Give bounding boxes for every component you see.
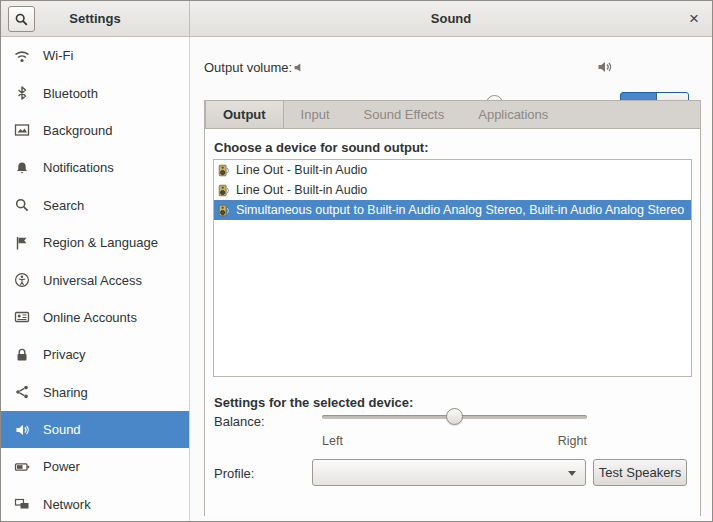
chevron-down-icon bbox=[568, 471, 576, 476]
sidebar-item-wifi[interactable]: Wi-Fi bbox=[1, 37, 189, 74]
tab-output[interactable]: Output bbox=[205, 101, 284, 128]
sound-notebook: Output Input Sound Effects Applications … bbox=[204, 100, 701, 516]
background-icon bbox=[14, 122, 30, 138]
sidebar-item-label: Network bbox=[43, 497, 91, 512]
sidebar-title: Settings bbox=[1, 11, 189, 26]
device-row[interactable]: Line Out - Built-in Audio bbox=[214, 180, 691, 200]
sidebar-item-network[interactable]: Network bbox=[1, 486, 189, 521]
sidebar-item-background[interactable]: Background bbox=[1, 112, 189, 149]
close-button[interactable]: × bbox=[682, 7, 706, 31]
privacy-icon bbox=[14, 347, 30, 363]
window-title: Sound bbox=[190, 11, 712, 26]
online-accounts-icon bbox=[14, 309, 30, 325]
tab-sound-effects[interactable]: Sound Effects bbox=[347, 101, 462, 128]
audio-card-icon bbox=[218, 184, 231, 197]
sidebar-item-label: Search bbox=[43, 198, 84, 213]
device-label: Line Out - Built-in Audio bbox=[236, 163, 367, 177]
sidebar-item-label: Power bbox=[43, 459, 80, 474]
output-tab-page: Choose a device for sound output: Line O… bbox=[205, 129, 700, 516]
audio-card-icon bbox=[218, 204, 231, 217]
universal-access-icon bbox=[14, 272, 30, 288]
headerbar-sidebar-section: Settings bbox=[1, 1, 190, 36]
sidebar-item-label: Wi-Fi bbox=[43, 48, 73, 63]
sidebar-item-label: Background bbox=[43, 123, 112, 138]
speaker-low-icon bbox=[293, 61, 306, 74]
balance-label: Balance: bbox=[214, 414, 265, 429]
balance-slider-handle[interactable] bbox=[446, 408, 463, 425]
wifi-icon bbox=[14, 48, 30, 64]
settings-sidebar: Wi-Fi Bluetooth Background Notifications… bbox=[1, 37, 190, 521]
device-label: Line Out - Built-in Audio bbox=[236, 183, 367, 197]
sidebar-item-label: Sound bbox=[43, 422, 81, 437]
sidebar-item-power[interactable]: Power bbox=[1, 448, 189, 485]
device-row[interactable]: Line Out - Built-in Audio bbox=[214, 160, 691, 180]
device-row-selected[interactable]: Simultaneous output to Built-in Audio An… bbox=[214, 200, 691, 220]
sidebar-item-label: Privacy bbox=[43, 347, 86, 362]
audio-card-icon bbox=[218, 164, 231, 177]
sidebar-item-online-accounts[interactable]: Online Accounts bbox=[1, 299, 189, 336]
device-label: Simultaneous output to Built-in Audio An… bbox=[236, 203, 684, 217]
tabstrip: Output Input Sound Effects Applications bbox=[205, 101, 700, 129]
region-language-icon bbox=[14, 235, 30, 251]
search-icon bbox=[14, 197, 30, 213]
sidebar-item-region-language[interactable]: Region & Language bbox=[1, 224, 189, 261]
balance-right-label: Right bbox=[558, 434, 587, 448]
tab-input[interactable]: Input bbox=[284, 101, 347, 128]
sidebar-item-privacy[interactable]: Privacy bbox=[1, 336, 189, 373]
sidebar-item-sound[interactable]: Sound bbox=[1, 411, 189, 448]
network-icon bbox=[14, 496, 30, 512]
notifications-icon bbox=[14, 160, 30, 176]
settings-window: Settings Sound × Wi-Fi Bluetooth Backgro… bbox=[0, 0, 713, 522]
sidebar-item-bluetooth[interactable]: Bluetooth bbox=[1, 74, 189, 111]
test-speakers-button[interactable]: Test Speakers bbox=[593, 459, 687, 486]
headerbar-main-section: Sound × bbox=[190, 1, 712, 36]
sound-icon bbox=[14, 422, 30, 438]
headerbar: Settings Sound × bbox=[1, 1, 712, 37]
speaker-high-icon bbox=[597, 59, 613, 75]
sidebar-item-label: Region & Language bbox=[43, 235, 158, 250]
choose-device-label: Choose a device for sound output: bbox=[214, 140, 429, 155]
output-volume-label: Output volume: bbox=[204, 60, 292, 75]
output-device-list[interactable]: Line Out - Built-in Audio Line Out - Bui… bbox=[213, 159, 692, 377]
sharing-icon bbox=[14, 384, 30, 400]
sidebar-item-label: Notifications bbox=[43, 160, 114, 175]
sidebar-item-universal-access[interactable]: Universal Access bbox=[1, 261, 189, 298]
sidebar-item-notifications[interactable]: Notifications bbox=[1, 149, 189, 186]
sidebar-item-sharing[interactable]: Sharing bbox=[1, 374, 189, 411]
sidebar-item-label: Sharing bbox=[43, 385, 88, 400]
balance-slider[interactable] bbox=[322, 407, 587, 427]
sidebar-item-label: Bluetooth bbox=[43, 86, 98, 101]
sidebar-item-label: Online Accounts bbox=[43, 310, 137, 325]
profile-dropdown[interactable] bbox=[312, 459, 586, 486]
sidebar-item-search[interactable]: Search bbox=[1, 187, 189, 224]
power-icon bbox=[14, 459, 30, 475]
profile-label: Profile: bbox=[214, 466, 254, 481]
bluetooth-icon bbox=[14, 85, 30, 101]
balance-end-labels: Left Right bbox=[322, 434, 587, 448]
sound-panel: Output volume: 100% ON Output Input Soun… bbox=[191, 37, 712, 521]
sidebar-item-label: Universal Access bbox=[43, 273, 142, 288]
balance-left-label: Left bbox=[322, 434, 343, 448]
tab-applications[interactable]: Applications bbox=[461, 101, 565, 128]
